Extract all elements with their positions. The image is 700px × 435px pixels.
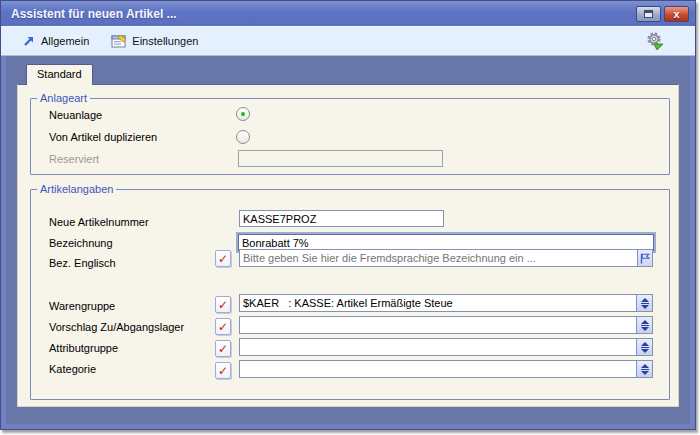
flag-icon[interactable]: [637, 250, 652, 266]
warengruppe-combo: [239, 294, 653, 312]
restore-icon: [644, 10, 653, 18]
toolbar-item-einstellungen[interactable]: Einstellungen: [108, 32, 201, 51]
attributgruppe-input[interactable]: [240, 339, 636, 355]
radio-neuanlage[interactable]: [236, 107, 250, 121]
label-warengruppe: Warengruppe: [49, 300, 115, 313]
close-icon: x: [673, 9, 679, 19]
label-bezeichnung: Bezeichnung: [49, 237, 113, 250]
label-bez-englisch: Bez. Englisch: [49, 257, 116, 270]
kategorie-checkbox[interactable]: [215, 362, 231, 379]
bez-englisch-checkbox[interactable]: [215, 250, 231, 267]
reserviert-input: [238, 150, 443, 167]
group-title: Anlageart: [37, 92, 90, 105]
toolbar-item-label: Allgemein: [41, 35, 89, 47]
group-artikelangaben: Artikelangaben Neue Artikelnummer Bezeic…: [30, 189, 670, 400]
zu-abgangslager-checkbox[interactable]: [215, 318, 231, 335]
window-title: Assistent für neuen Artikel ...: [11, 7, 633, 21]
attributgruppe-combo: [239, 338, 653, 356]
spinner-icon[interactable]: [636, 295, 652, 311]
toolbar-item-label: Einstellungen: [132, 35, 198, 47]
zu-abgangslager-input[interactable]: [240, 317, 636, 333]
label-attributgruppe: Attributgruppe: [49, 342, 118, 355]
bez-englisch-field: [239, 249, 653, 267]
toolbar-item-allgemein[interactable]: Allgemein: [19, 32, 92, 50]
kategorie-combo: [239, 360, 653, 378]
label-artikelnummer: Neue Artikelnummer: [49, 216, 149, 229]
spinner-icon[interactable]: [636, 339, 652, 355]
spinner-icon[interactable]: [636, 361, 652, 377]
wizard-window: Assistent für neuen Artikel ... x Allgem…: [0, 0, 696, 430]
toolbar: Allgemein Einstellungen: [1, 26, 695, 56]
tab-panel: Anlageart Neuanlage Von Artikel duplizie…: [17, 84, 679, 407]
radio-duplizieren[interactable]: [236, 130, 250, 144]
bez-englisch-input[interactable]: [240, 250, 637, 266]
close-button[interactable]: x: [664, 6, 689, 22]
tab-standard[interactable]: Standard: [26, 64, 93, 85]
artikelnummer-input[interactable]: [239, 210, 444, 227]
attributgruppe-checkbox[interactable]: [215, 340, 231, 357]
spinner-icon[interactable]: [636, 317, 652, 333]
restore-button[interactable]: [636, 6, 661, 22]
zu-abgangslager-combo: [239, 316, 653, 334]
settings-form-icon: [111, 34, 127, 49]
label-zu-abgangslager: Vorschlag Zu/Abgangslager: [49, 321, 184, 334]
dialog-body: Standard Anlageart Neuanlage Von Artikel…: [6, 56, 690, 424]
run-settings-gear-icon[interactable]: [645, 31, 665, 51]
radio-label-neuanlage: Neuanlage: [49, 109, 102, 122]
group-title: Artikelangaben: [37, 183, 116, 196]
titlebar[interactable]: Assistent für neuen Artikel ... x: [1, 1, 695, 26]
label-kategorie: Kategorie: [49, 363, 96, 376]
warengruppe-checkbox[interactable]: [215, 296, 231, 313]
arrow-up-right-icon: [22, 34, 36, 48]
kategorie-input[interactable]: [240, 361, 636, 377]
label-reserviert: Reserviert: [49, 153, 99, 166]
radio-label-duplizieren: Von Artikel duplizieren: [49, 131, 157, 144]
group-anlageart: Anlageart Neuanlage Von Artikel duplizie…: [30, 98, 670, 175]
warengruppe-input[interactable]: [240, 295, 636, 311]
